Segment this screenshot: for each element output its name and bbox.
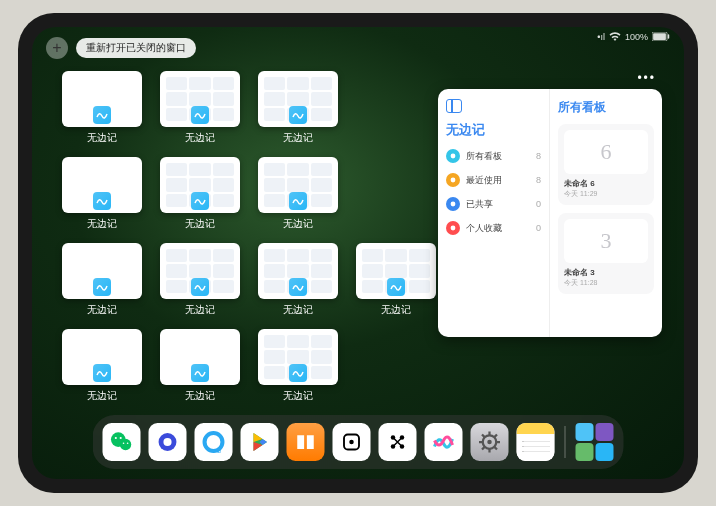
svg-point-6 [451, 226, 456, 231]
status-bar: •ıl 100% [597, 31, 670, 43]
window-label: 无边记 [87, 389, 117, 403]
dock-app-playstore[interactable] [241, 423, 279, 461]
svg-point-22 [349, 440, 354, 445]
signal-icon: •ıl [597, 32, 605, 42]
panel-content: 所有看板 6未命名 6今天 11:293未命名 3今天 11:28 [550, 89, 662, 337]
svg-point-14 [163, 438, 171, 446]
svg-text:HD: HD [214, 449, 222, 454]
window-thumbnail[interactable]: 无边记 [258, 329, 338, 403]
panel-sidebar-title: 无边记 [446, 121, 541, 139]
board-name: 未命名 6 [564, 178, 648, 189]
freeform-app-icon [289, 192, 307, 210]
menu-icon [446, 197, 460, 211]
window-thumbnail[interactable]: 无边记 [160, 243, 240, 317]
window-thumbnail[interactable]: 无边记 [258, 157, 338, 231]
svg-point-9 [115, 437, 117, 439]
svg-point-8 [120, 439, 131, 450]
freeform-app-icon [191, 192, 209, 210]
window-label: 无边记 [185, 389, 215, 403]
panel-content-title: 所有看板 [558, 99, 654, 116]
panel-sidebar: 无边记 所有看板8最近使用8已共享0个人收藏0 [438, 89, 550, 337]
dock-app-quark[interactable] [149, 423, 187, 461]
board-time: 今天 11:28 [564, 278, 648, 288]
sidebar-toggle-icon[interactable] [446, 99, 462, 113]
wifi-icon [609, 31, 621, 43]
sidebar-item[interactable]: 所有看板8 [446, 149, 541, 163]
dock-app-settings[interactable] [471, 423, 509, 461]
window-thumbnail[interactable]: 无边记 [160, 71, 240, 145]
window-thumbnail[interactable]: 无边记 [160, 329, 240, 403]
board-card[interactable]: 6未命名 6今天 11:29 [558, 124, 654, 205]
sidebar-item[interactable]: 最近使用8 [446, 173, 541, 187]
freeform-app-icon [191, 106, 209, 124]
svg-point-10 [120, 437, 122, 439]
dock-app-qqbrowser[interactable]: HD [195, 423, 233, 461]
dock-separator [565, 426, 566, 458]
freeform-side-panel[interactable]: ••• 无边记 所有看板8最近使用8已共享0个人收藏0 所有看板 6未命名 6今… [438, 89, 662, 337]
window-thumbnail[interactable]: 无边记 [258, 71, 338, 145]
menu-icon [446, 149, 460, 163]
reopen-closed-window-button[interactable]: 重新打开已关闭的窗口 [76, 38, 196, 58]
window-thumbnail[interactable]: 无边记 [62, 329, 142, 403]
battery-pct: 100% [625, 32, 648, 42]
sidebar-item-count: 8 [536, 175, 541, 185]
svg-point-11 [123, 442, 125, 444]
window-label: 无边记 [87, 303, 117, 317]
window-thumbnail[interactable]: 无边记 [62, 157, 142, 231]
dock-app-books[interactable] [287, 423, 325, 461]
sidebar-item-label: 所有看板 [466, 150, 502, 163]
board-time: 今天 11:29 [564, 189, 648, 199]
window-label: 无边记 [185, 217, 215, 231]
window-thumbnail[interactable]: 无边记 [62, 71, 142, 145]
freeform-app-icon [93, 364, 111, 382]
dock-app-notes[interactable] [517, 423, 555, 461]
sidebar-item-count: 0 [536, 223, 541, 233]
svg-point-28 [487, 440, 492, 445]
dock-recent-apps[interactable] [576, 423, 614, 461]
window-thumbnail[interactable]: 无边记 [356, 243, 436, 317]
menu-icon [446, 221, 460, 235]
battery-icon [652, 32, 670, 43]
svg-point-3 [451, 154, 456, 159]
sidebar-item-label: 已共享 [466, 198, 493, 211]
svg-point-12 [127, 442, 129, 444]
svg-rect-2 [668, 34, 670, 39]
menu-icon [446, 173, 460, 187]
freeform-app-icon [93, 192, 111, 210]
sidebar-item-label: 个人收藏 [466, 222, 502, 235]
new-window-button[interactable]: + [46, 37, 68, 59]
window-label: 无边记 [381, 303, 411, 317]
window-label: 无边记 [185, 303, 215, 317]
svg-point-5 [451, 202, 456, 207]
freeform-app-icon [289, 278, 307, 296]
dock-app-wechat[interactable] [103, 423, 141, 461]
window-label: 无边记 [185, 131, 215, 145]
board-preview: 3 [564, 219, 648, 263]
svg-line-36 [482, 447, 485, 450]
dock-app-connect[interactable] [379, 423, 417, 461]
freeform-app-icon [289, 364, 307, 382]
dock-app-dice[interactable] [333, 423, 371, 461]
sidebar-item-count: 8 [536, 151, 541, 161]
freeform-app-icon [93, 106, 111, 124]
more-icon[interactable]: ••• [637, 71, 656, 85]
dock-app-freeform[interactable] [425, 423, 463, 461]
board-preview: 6 [564, 130, 648, 174]
svg-line-33 [482, 435, 485, 438]
window-label: 无边记 [283, 217, 313, 231]
window-thumbnail[interactable]: 无边记 [62, 243, 142, 317]
freeform-app-icon [387, 278, 405, 296]
window-label: 无边记 [87, 131, 117, 145]
board-name: 未命名 3 [564, 267, 648, 278]
window-label: 无边记 [283, 389, 313, 403]
freeform-app-icon [191, 278, 209, 296]
sidebar-item[interactable]: 个人收藏0 [446, 221, 541, 235]
sidebar-item-count: 0 [536, 199, 541, 209]
window-thumbnail[interactable]: 无边记 [258, 243, 338, 317]
window-thumbnail[interactable]: 无边记 [160, 157, 240, 231]
svg-line-35 [494, 435, 497, 438]
freeform-app-icon [191, 364, 209, 382]
board-card[interactable]: 3未命名 3今天 11:28 [558, 213, 654, 294]
sidebar-item[interactable]: 已共享0 [446, 197, 541, 211]
ipad-frame: •ıl 100% + 重新打开已关闭的窗口 无边记无边记无边记无边记无边记无边记… [18, 13, 698, 493]
